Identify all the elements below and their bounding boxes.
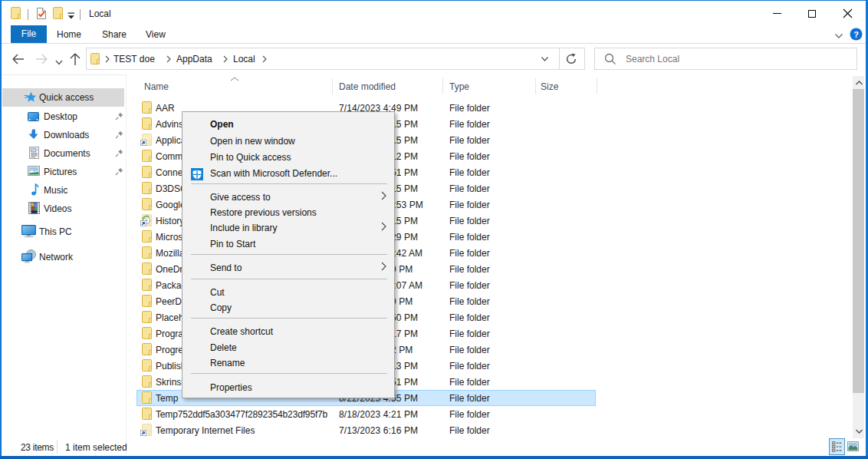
svg-text:?: ?: [853, 30, 859, 39]
